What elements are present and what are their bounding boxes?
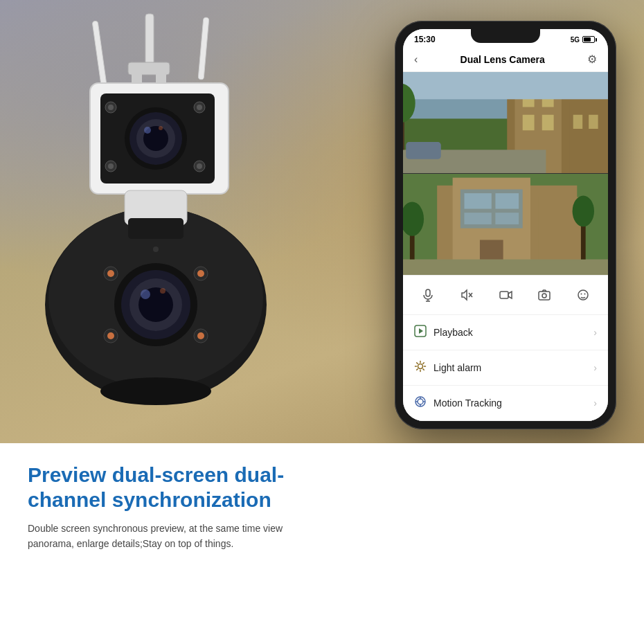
face-button[interactable]	[571, 283, 596, 307]
svg-point-35	[197, 270, 204, 277]
back-icon[interactable]: ‹	[414, 53, 418, 66]
svg-rect-64	[495, 193, 519, 208]
svg-point-17	[197, 105, 202, 110]
playback-menu-item[interactable]: Playback ›	[403, 315, 608, 350]
playback-label: Playback	[433, 327, 473, 338]
status-right: 5G	[571, 36, 597, 44]
svg-point-88	[418, 399, 423, 404]
svg-rect-65	[464, 213, 491, 224]
phone-notch	[471, 29, 540, 43]
svg-point-40	[153, 247, 159, 252]
phone-header: ‹ Dual Lens Camera ⚙	[403, 47, 608, 72]
motion-tracking-menu-item[interactable]: Motion Tracking ›	[403, 386, 608, 421]
svg-rect-55	[403, 72, 608, 99]
svg-rect-4	[92, 21, 107, 90]
camera-feed-bottom	[403, 174, 608, 275]
network-label: 5G	[571, 36, 580, 44]
bottom-section: Preview dual-screen dual-channel synchro…	[0, 443, 644, 644]
playback-left: Playback	[414, 325, 473, 340]
control-bar	[403, 275, 608, 315]
status-time: 15:30	[414, 35, 436, 44]
svg-rect-46	[569, 103, 608, 173]
svg-rect-50	[542, 115, 554, 130]
svg-rect-25	[128, 218, 184, 239]
svg-point-21	[197, 163, 202, 169]
camera-feed-top	[403, 72, 608, 174]
svg-point-30	[141, 289, 150, 299]
svg-point-82	[581, 294, 582, 295]
svg-rect-63	[464, 193, 491, 208]
menu-items: Playback ›	[403, 315, 608, 421]
light-alarm-menu-item[interactable]: Light alarm ›	[403, 350, 608, 386]
svg-rect-79	[539, 292, 550, 300]
light-alarm-left: Light alarm	[414, 360, 481, 375]
svg-point-39	[197, 332, 204, 339]
light-alarm-label: Light alarm	[433, 362, 481, 373]
battery-icon	[582, 36, 597, 43]
svg-point-15	[108, 105, 114, 110]
svg-point-72	[573, 195, 594, 226]
mute-button[interactable]	[454, 283, 479, 307]
phone-inner: 15:30 5G ‹ Dual L	[403, 29, 608, 421]
motion-tracking-icon	[414, 395, 427, 411]
playback-arrow: ›	[593, 327, 597, 338]
svg-point-19	[108, 163, 114, 169]
main-container: 15:30 5G ‹ Dual L	[0, 0, 644, 644]
motion-tracking-label: Motion Tracking	[433, 397, 502, 409]
svg-rect-54	[406, 142, 441, 159]
snapshot-button[interactable]	[532, 283, 557, 307]
svg-rect-51	[573, 115, 582, 129]
svg-point-86	[418, 364, 423, 369]
motion-tracking-arrow: ›	[593, 397, 597, 409]
svg-rect-49	[523, 115, 535, 130]
svg-point-13	[159, 126, 163, 130]
camera-product-image	[21, 7, 305, 432]
svg-rect-52	[589, 115, 598, 129]
settings-icon[interactable]: ⚙	[587, 53, 597, 66]
svg-point-31	[160, 288, 166, 294]
motion-tracking-left: Motion Tracking	[414, 395, 502, 411]
camera-title: Dual Lens Camera	[460, 54, 545, 65]
light-alarm-icon	[414, 360, 427, 375]
svg-marker-85	[419, 328, 423, 334]
phone-mockup: 15:30 5G ‹ Dual L	[395, 21, 616, 429]
main-headline: Preview dual-screen dual-channel synchro…	[28, 463, 325, 512]
svg-rect-0	[145, 14, 154, 69]
svg-point-81	[578, 290, 588, 300]
camera-feeds	[403, 72, 608, 275]
svg-point-12	[144, 127, 151, 134]
description-text: Double screen synchronous preview, at th…	[28, 521, 325, 552]
svg-point-37	[107, 332, 114, 339]
light-alarm-arrow: ›	[593, 362, 597, 373]
svg-point-41	[100, 377, 211, 405]
record-button[interactable]	[493, 283, 518, 307]
svg-rect-68	[403, 260, 608, 275]
microphone-button[interactable]	[415, 283, 440, 307]
svg-rect-66	[495, 213, 519, 224]
svg-rect-5	[198, 17, 209, 80]
text-content: Preview dual-screen dual-channel synchro…	[28, 463, 325, 552]
playback-icon	[414, 325, 427, 340]
top-section: 15:30 5G ‹ Dual L	[0, 0, 644, 443]
svg-point-83	[584, 294, 586, 295]
svg-point-80	[542, 294, 546, 298]
svg-rect-73	[426, 289, 430, 296]
svg-rect-78	[500, 292, 508, 298]
svg-point-33	[107, 270, 114, 277]
